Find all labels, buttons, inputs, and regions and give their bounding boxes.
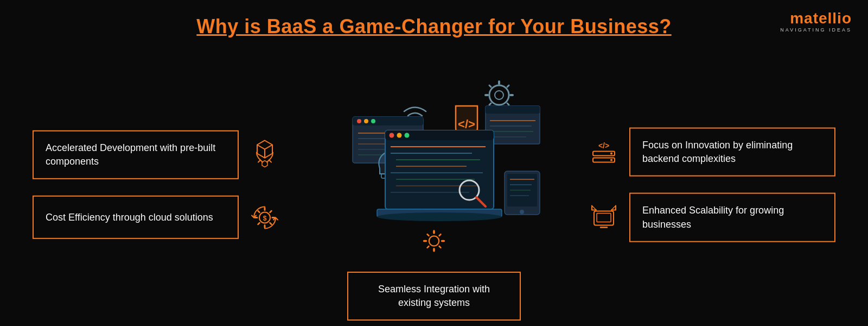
svg-point-18 (371, 119, 375, 123)
content-area: Accelerated Development with pre-built c… (0, 43, 868, 326)
left-icons: $ (247, 135, 282, 235)
seamless-integration-box: Seamless Integration with existing syste… (347, 272, 521, 321)
svg-point-35 (390, 133, 394, 138)
svg-line-8 (489, 85, 491, 87)
svg-point-2 (489, 85, 509, 105)
svg-point-61 (610, 159, 612, 161)
logo-text: matellio (790, 10, 852, 27)
logo: matellio NAVIGATING IDEAS (780, 10, 852, 33)
right-column: Focus on Innovation by eliminating backe… (629, 128, 835, 242)
svg-line-11 (489, 103, 491, 105)
svg-text:$: $ (263, 214, 266, 222)
svg-point-17 (364, 119, 368, 123)
feature-box-top-left: Accelerated Development with pre-built c… (33, 130, 239, 179)
main-container: Why is BaaS a Game-Changer for Your Busi… (0, 0, 868, 326)
accelerated-dev-icon (247, 135, 282, 170)
svg-point-49 (377, 212, 502, 221)
feature-box-top-right: Focus on Innovation by eliminating backe… (629, 128, 835, 177)
svg-rect-63 (597, 213, 611, 222)
logo-tagline: NAVIGATING IDEAS (780, 27, 852, 33)
svg-text:</>: </> (458, 117, 475, 131)
svg-rect-25 (486, 106, 540, 114)
cost-efficiency-icon: $ (247, 200, 282, 235)
focus-innovation-icon: </> (586, 135, 621, 170)
laptop-illustration: </> (326, 76, 542, 250)
svg-point-56 (520, 210, 524, 214)
right-icons: </> (586, 135, 621, 235)
page-title: Why is BaaS a Game-Changer for Your Busi… (0, 15, 868, 38)
svg-rect-15 (353, 117, 423, 126)
feature-box-bottom-left: Cost Efficiency through cloud solutions (33, 196, 239, 239)
svg-text:</>: </> (598, 141, 609, 149)
bottom-gear-icon (419, 226, 449, 258)
logo-name: matellio (790, 10, 852, 27)
left-column: Accelerated Development with pre-built c… (33, 130, 239, 239)
feature-box-bottom-center: Seamless Integration with existing syste… (347, 272, 521, 321)
svg-point-65 (429, 236, 439, 246)
scalability-icon (586, 200, 621, 235)
svg-point-59 (610, 152, 612, 154)
svg-point-37 (405, 133, 410, 138)
svg-point-36 (397, 133, 402, 138)
svg-line-9 (507, 103, 509, 105)
feature-box-bottom-right: Enhanced Scalability for growing busines… (629, 193, 835, 242)
header: Why is BaaS a Game-Changer for Your Busi… (0, 0, 868, 43)
svg-line-10 (507, 85, 509, 87)
svg-point-16 (357, 119, 361, 123)
svg-point-3 (495, 91, 503, 99)
